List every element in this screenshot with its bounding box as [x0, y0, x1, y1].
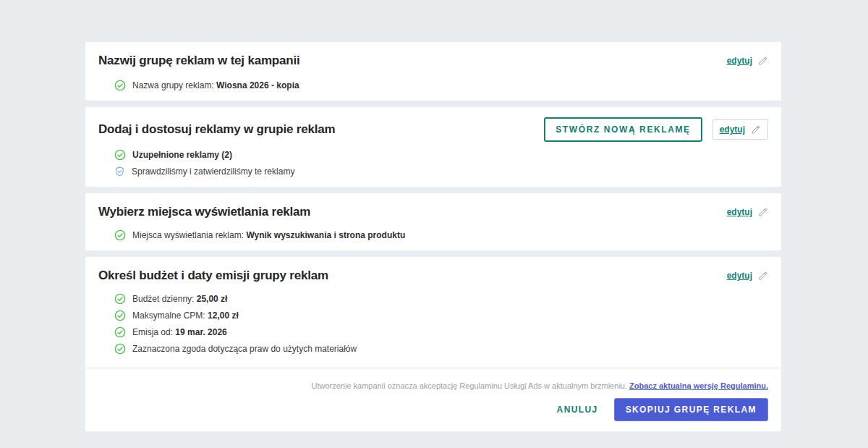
card-title-ad-group-name: Nazwij grupę reklam w tej kampanii	[98, 54, 300, 68]
pencil-icon[interactable]	[758, 207, 768, 217]
item-label: Nazwa grupy reklam:	[132, 80, 216, 90]
item-value: Uzupełnione reklamy (2)	[132, 150, 232, 160]
create-new-ad-button[interactable]: STWÓRZ NOWĄ REKLAMĘ	[544, 117, 702, 142]
item-value: 12,00 zł	[208, 310, 239, 321]
terms-text: Utworzenie kampanii oznacza akceptację R…	[312, 381, 628, 390]
summary-item-daily-budget: Budżet dzienny: 25,00 zł	[114, 293, 768, 305]
summary-item-group-name: Nazwa grupy reklam: Wiosna 2026 - kopia	[114, 80, 768, 91]
pencil-icon[interactable]	[758, 271, 768, 281]
item-text: Maksymalne CPM: 12,00 zł	[132, 310, 239, 321]
item-label: Sprawdziliśmy i zatwierdziliśmy te rekla…	[132, 166, 294, 177]
card-budget-dates: Określ budżet i daty emisji grupy reklam…	[85, 257, 781, 431]
cancel-button[interactable]: ANULUJ	[553, 399, 603, 420]
card-ads: Dodaj i dostosuj reklamy w grupie reklam…	[85, 107, 781, 187]
check-circle-icon	[114, 149, 126, 161]
footer-actions: ANULUJ SKOPIUJ GRUPĘ REKLAM	[98, 398, 768, 422]
summary-item-start-date: Emisja od: 19 mar. 2026	[114, 326, 768, 338]
footer-divider	[85, 368, 781, 368]
edit-link-ads[interactable]: edytuj	[720, 124, 745, 135]
shield-check-icon	[114, 166, 125, 177]
card-ad-group-name: Nazwij grupę reklam w tej kampanii edytu…	[85, 42, 781, 101]
item-label: Budżet dzienny:	[132, 294, 197, 304]
check-circle-icon	[114, 80, 126, 91]
item-label: Maksymalne CPM:	[132, 310, 208, 321]
check-circle-icon	[114, 229, 126, 241]
card-placements: Wybierz miejsca wyświetlania reklam edyt…	[85, 193, 781, 250]
item-text: Budżet dzienny: 25,00 zł	[132, 293, 227, 305]
card-title-budget-dates: Określ budżet i daty emisji grupy reklam	[98, 269, 328, 283]
check-circle-icon	[114, 310, 126, 321]
check-circle-icon	[114, 326, 126, 338]
summary-item-approved-ads: Sprawdziliśmy i zatwierdziliśmy te rekla…	[114, 166, 768, 177]
item-label: Zaznaczona zgoda dotycząca praw do użyty…	[132, 344, 357, 354]
pencil-icon[interactable]	[758, 56, 768, 66]
pencil-icon[interactable]	[751, 124, 761, 135]
item-label: Miejsca wyświetlania reklam:	[132, 230, 246, 240]
terms-link[interactable]: Zobacz aktualną wersję Regulaminu.	[629, 381, 768, 390]
item-text: Sprawdziliśmy i zatwierdziliśmy te rekla…	[132, 166, 294, 177]
item-text: Miejsca wyświetlania reklam: Wynik wyszu…	[132, 229, 405, 241]
edit-box-ads: edytuj	[712, 119, 768, 140]
item-text: Nazwa grupy reklam: Wiosna 2026 - kopia	[132, 80, 299, 91]
item-value: 25,00 zł	[197, 294, 228, 304]
item-value: 19 mar. 2026	[175, 327, 226, 337]
item-text: Emisja od: 19 mar. 2026	[132, 326, 227, 338]
item-text: Zaznaczona zgoda dotycząca praw do użyty…	[132, 343, 357, 355]
check-circle-icon	[114, 343, 126, 355]
edit-link-placements[interactable]: edytuj	[727, 207, 752, 217]
copy-ad-group-button[interactable]: SKOPIUJ GRUPĘ REKLAM	[614, 398, 768, 421]
item-value: Wiosna 2026 - kopia	[216, 80, 299, 90]
item-text: Uzupełnione reklamy (2)	[132, 149, 232, 161]
summary-item-completed-ads: Uzupełnione reklamy (2)	[114, 149, 768, 161]
summary-item-rights-consent: Zaznaczona zgoda dotycząca praw do użyty…	[114, 343, 768, 355]
check-circle-icon	[114, 293, 126, 305]
item-label: Emisja od:	[132, 327, 175, 337]
item-value: Wynik wyszukiwania i strona produktu	[246, 230, 405, 240]
summary-item-placements: Miejsca wyświetlania reklam: Wynik wyszu…	[114, 229, 768, 241]
card-title-ads: Dodaj i dostosuj reklamy w grupie reklam	[98, 122, 335, 137]
campaign-summary: Nazwij grupę reklam w tej kampanii edytu…	[85, 42, 781, 431]
card-title-placements: Wybierz miejsca wyświetlania reklam	[98, 205, 310, 219]
edit-link-ad-group-name[interactable]: edytuj	[727, 56, 752, 66]
summary-item-max-cpm: Maksymalne CPM: 12,00 zł	[114, 310, 768, 321]
edit-link-budget-dates[interactable]: edytuj	[727, 271, 752, 281]
terms-notice: Utworzenie kampanii oznacza akceptację R…	[98, 381, 768, 390]
